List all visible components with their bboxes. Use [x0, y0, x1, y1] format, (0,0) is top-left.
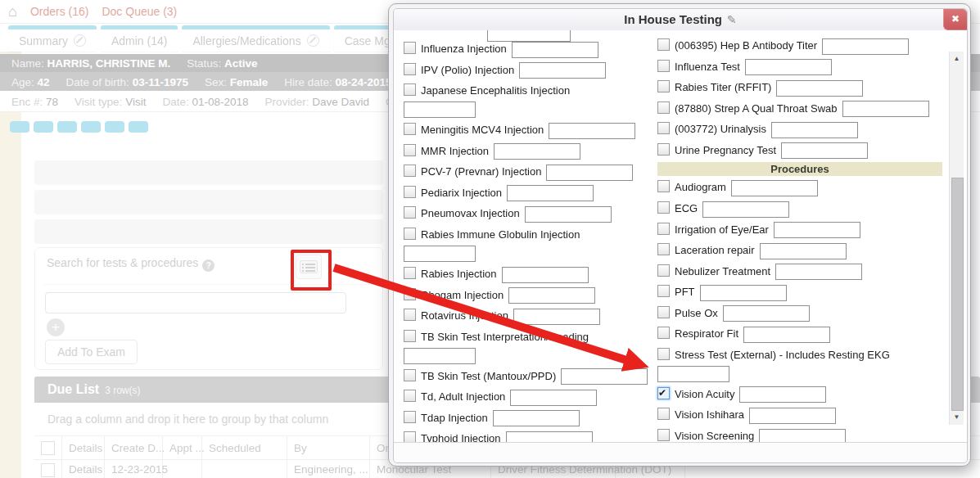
test-checkbox[interactable] — [404, 309, 416, 321]
procedure-result-input[interactable] — [743, 327, 830, 343]
popout-icon[interactable] — [307, 34, 319, 47]
test-result-input[interactable] — [507, 185, 594, 201]
test-checkbox[interactable] — [404, 144, 416, 156]
procedure-checkbox[interactable] — [657, 285, 670, 297]
test-checkbox[interactable] — [404, 390, 416, 402]
procedure-checkbox[interactable] — [657, 408, 670, 420]
test-checkbox[interactable] — [404, 63, 416, 75]
exam-section-header[interactable] — [34, 190, 383, 214]
scrollbar-thumb[interactable] — [951, 178, 964, 411]
note-section-button[interactable] — [81, 121, 101, 133]
column-header[interactable]: Scheduled — [202, 436, 287, 460]
test-result-input[interactable] — [745, 59, 832, 75]
select-all-checkbox[interactable] — [41, 441, 55, 455]
note-section-button[interactable] — [10, 121, 29, 133]
due-list-cell[interactable] — [163, 460, 202, 478]
test-result-input[interactable] — [506, 431, 593, 443]
test-result-input[interactable] — [404, 348, 476, 364]
procedure-result-input[interactable] — [723, 305, 810, 322]
procedure-checkbox[interactable] — [657, 264, 670, 277]
procedure-result-input[interactable] — [731, 180, 818, 196]
column-header[interactable] — [34, 436, 62, 460]
chart-tab[interactable]: Admin (14) — [101, 25, 178, 52]
note-section-button[interactable] — [34, 121, 53, 133]
chart-tab[interactable]: Allergies/Medications — [182, 25, 329, 52]
test-result-input[interactable] — [404, 246, 476, 262]
test-result-input[interactable] — [502, 267, 589, 283]
scroll-down-arrow[interactable]: ▼ — [950, 412, 964, 423]
row-checkbox[interactable] — [41, 463, 55, 477]
procedure-checkbox[interactable] — [657, 429, 670, 441]
test-checkbox[interactable] — [657, 38, 670, 51]
test-result-input[interactable] — [512, 42, 598, 58]
test-result-input[interactable] — [781, 142, 868, 159]
due-list-cell[interactable]: Engineering, ... — [287, 460, 370, 478]
doc-queue-link[interactable]: Doc Queue (3) — [102, 5, 177, 18]
test-checkbox[interactable] — [404, 288, 416, 300]
test-checkbox[interactable] — [404, 83, 416, 96]
procedure-result-input[interactable] — [775, 264, 862, 280]
test-checkbox[interactable] — [404, 330, 416, 342]
exam-section-header[interactable] — [34, 219, 383, 244]
test-checkbox[interactable] — [404, 165, 416, 177]
test-checkbox[interactable] — [657, 80, 670, 92]
column-header[interactable]: Details — [62, 436, 105, 460]
procedure-checkbox[interactable] — [657, 327, 670, 339]
edit-title-icon[interactable]: ✎ — [727, 13, 737, 26]
procedure-result-input[interactable] — [700, 285, 787, 301]
due-list-cell[interactable]: Details — [62, 460, 105, 478]
column-header[interactable]: Create D... — [105, 436, 163, 460]
column-header[interactable]: By — [287, 436, 370, 460]
add-to-exam-button[interactable]: Add To Exam — [45, 340, 138, 364]
test-checkbox[interactable] — [404, 267, 416, 279]
procedure-checkbox[interactable] — [657, 243, 670, 255]
procedure-result-input[interactable] — [702, 201, 789, 218]
test-checkbox[interactable] — [404, 206, 416, 219]
add-icon[interactable]: + — [47, 318, 65, 336]
exam-section-header[interactable] — [34, 160, 383, 185]
note-section-button[interactable] — [105, 121, 124, 133]
test-result-input[interactable] — [822, 38, 909, 55]
procedure-result-input[interactable] — [774, 222, 860, 238]
dialog-header[interactable]: In House Testing✎ ✖ — [394, 9, 967, 31]
help-icon[interactable]: ? — [202, 259, 215, 272]
scrolled-test-result-input[interactable] — [487, 30, 571, 42]
test-result-input[interactable] — [525, 206, 612, 223]
test-result-input[interactable] — [519, 62, 606, 79]
test-checkbox[interactable] — [657, 143, 670, 156]
orders-link[interactable]: Orders (16) — [30, 5, 89, 18]
test-result-input[interactable] — [842, 101, 929, 117]
test-result-input[interactable] — [771, 122, 858, 138]
test-result-input[interactable] — [513, 309, 600, 325]
tests-search-input[interactable] — [45, 292, 346, 313]
due-list-cell[interactable] — [34, 460, 62, 478]
modal-scrollbar[interactable]: ▲ ▼ — [949, 52, 964, 425]
test-checkbox[interactable] — [404, 186, 416, 198]
test-checkbox[interactable] — [657, 122, 670, 134]
procedure-result-input[interactable] — [749, 408, 836, 424]
procedure-result-input[interactable] — [759, 429, 846, 443]
scroll-up-arrow[interactable]: ▲ — [950, 53, 964, 65]
procedure-checkbox[interactable] — [657, 180, 670, 192]
test-checkbox[interactable] — [657, 60, 670, 72]
column-header[interactable]: Appt ... — [163, 436, 202, 460]
test-result-input[interactable] — [404, 101, 476, 118]
test-checkbox[interactable] — [404, 42, 416, 54]
procedure-checkbox[interactable] — [657, 223, 670, 235]
test-checkbox[interactable] — [404, 123, 416, 135]
procedure-result-input[interactable] — [657, 366, 729, 382]
test-result-input[interactable] — [494, 143, 580, 160]
test-checkbox[interactable] — [404, 228, 416, 240]
chart-tab[interactable]: Summary — [8, 25, 97, 52]
note-section-button[interactable] — [129, 121, 148, 133]
test-result-input[interactable] — [508, 287, 595, 304]
home-icon[interactable]: ⌂ — [8, 4, 17, 19]
close-button[interactable]: ✖ — [943, 8, 968, 30]
test-checkbox[interactable] — [657, 101, 670, 114]
procedure-checkbox[interactable] — [657, 201, 670, 214]
test-result-input[interactable] — [561, 368, 648, 385]
popout-icon[interactable] — [74, 34, 86, 47]
test-result-input[interactable] — [493, 410, 580, 426]
procedure-checkbox[interactable] — [657, 306, 670, 318]
procedure-checkbox[interactable] — [657, 348, 670, 360]
